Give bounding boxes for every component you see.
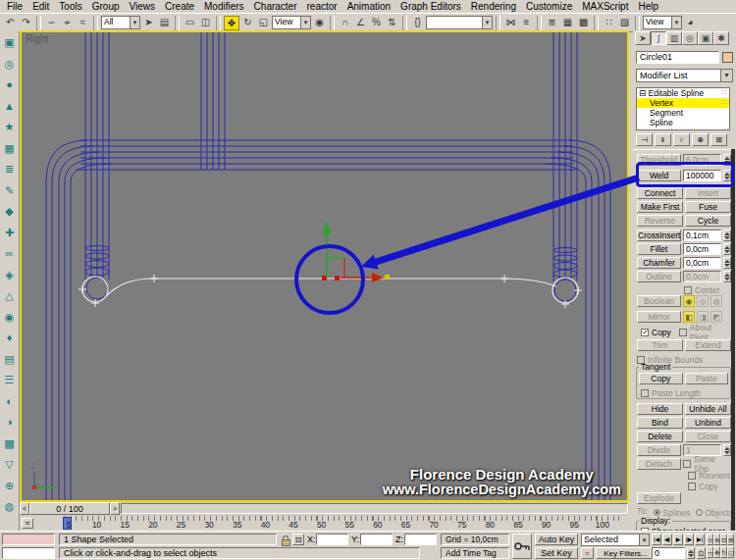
time-configuration-icon[interactable]: ⊡: [697, 547, 706, 559]
cycle-button[interactable]: Cycle: [685, 215, 731, 227]
menu-item[interactable]: File: [2, 0, 27, 13]
fillet-spinner[interactable]: [723, 243, 731, 255]
time-slider-next-button[interactable]: >: [110, 502, 120, 515]
diamond-icon[interactable]: ◈: [2, 268, 17, 282]
key-filter-dropdown[interactable]: Selected: [581, 534, 650, 546]
rollout-scrollbar[interactable]: [731, 149, 735, 531]
time-slider-prev-button[interactable]: <: [20, 502, 29, 515]
select-and-move-icon[interactable]: ✥: [224, 16, 239, 30]
menu-item[interactable]: reactor: [302, 0, 342, 13]
maxscript-mini-listener-input[interactable]: [2, 547, 55, 559]
swirl-icon[interactable]: ◉: [2, 310, 17, 325]
zoom-all-icon[interactable]: ⊕: [713, 534, 720, 545]
schematic-view-icon[interactable]: ▩: [576, 16, 591, 29]
menu-item[interactable]: Customize: [521, 0, 577, 13]
modifier-list-dropdown[interactable]: Modifier List: [636, 69, 733, 82]
show-end-result-icon[interactable]: ‖: [655, 133, 671, 146]
menu-item[interactable]: Create: [160, 0, 199, 13]
bind-to-space-warp-icon[interactable]: ≈: [76, 16, 90, 29]
open-mini-curve-editor-icon[interactable]: ≈: [22, 518, 33, 529]
undo-icon[interactable]: ↶: [3, 16, 18, 29]
goto-start-button[interactable]: |◀: [652, 534, 661, 545]
cross-insert-field[interactable]: 0,1cm: [683, 229, 721, 241]
menu-item[interactable]: Edit: [27, 0, 54, 13]
menu-item[interactable]: Animation: [342, 0, 395, 13]
add-time-tag[interactable]: Add Time Tag: [441, 547, 509, 559]
set-key-button[interactable]: Set Key: [535, 547, 578, 559]
delete-button[interactable]: Delete: [637, 431, 683, 442]
disc-icon[interactable]: ◍: [2, 499, 17, 514]
menu-item[interactable]: Rendering: [466, 0, 521, 13]
previous-frame-button[interactable]: ◀|: [662, 534, 672, 545]
menu-item[interactable]: Modifiers: [199, 0, 249, 13]
tab-utilities[interactable]: ✱: [713, 31, 729, 45]
zoom-extents-all-icon[interactable]: ⊞: [727, 534, 734, 545]
menu-item[interactable]: Character: [249, 0, 302, 13]
cross-insert-spinner[interactable]: [723, 229, 731, 241]
viewport-label[interactable]: Right: [26, 33, 48, 44]
stack-subobject-vertex[interactable]: Vertex∷: [637, 98, 729, 108]
tube-icon[interactable]: ◎: [2, 57, 17, 72]
cone-icon[interactable]: ▲: [2, 99, 17, 114]
auto-key-button[interactable]: Auto Key: [535, 534, 578, 545]
current-frame-field[interactable]: 0: [652, 547, 685, 559]
selection-filter-dropdown[interactable]: All: [101, 16, 140, 29]
render-scene-icon[interactable]: ▨: [617, 16, 632, 29]
stack-subobject-segment[interactable]: Segment: [637, 108, 729, 118]
select-and-scale-icon[interactable]: ◱: [256, 16, 271, 29]
angle-snap-icon[interactable]: ∠: [353, 16, 368, 29]
select-by-name-icon[interactable]: ▤: [157, 16, 172, 29]
curve-editor-icon[interactable]: ▦: [560, 16, 575, 29]
target-icon[interactable]: ⊕: [2, 479, 17, 493]
percent-snap-icon[interactable]: %: [369, 16, 384, 29]
goto-end-button[interactable]: ▶|: [695, 534, 705, 545]
unhide-all-button[interactable]: Unhide All: [685, 403, 731, 415]
contrast-icon[interactable]: ◑: [2, 415, 17, 430]
play-button[interactable]: ▶: [673, 534, 683, 545]
weld-spinner[interactable]: [723, 170, 731, 181]
arc-rotate-icon[interactable]: ↻: [720, 546, 727, 558]
material-editor-icon[interactable]: ∷: [602, 16, 616, 29]
gem-icon[interactable]: ◆: [2, 204, 17, 219]
time-slider-handle[interactable]: 0 / 100: [29, 502, 110, 515]
select-and-link-icon[interactable]: ∽: [44, 16, 59, 29]
tab-hierarchy[interactable]: ▥: [666, 31, 682, 45]
tab-modify[interactable]: ∫: [651, 31, 666, 45]
remove-modifier-icon[interactable]: ⊗: [692, 133, 709, 146]
pattern-icon[interactable]: ▩: [2, 436, 17, 451]
fillet-field[interactable]: 0,0cm: [683, 243, 721, 255]
menu-item[interactable]: Tools: [54, 0, 86, 13]
viewport-right[interactable]: Z Right Florence Design Academy www.Flor…: [20, 30, 629, 502]
snap-toggle-icon[interactable]: ∩: [338, 16, 352, 29]
weld-field[interactable]: 100000: [683, 170, 721, 181]
mirror-icon[interactable]: ⋈: [503, 16, 518, 29]
select-and-rotate-icon[interactable]: ↻: [240, 16, 255, 29]
named-selection-dropdown[interactable]: [426, 16, 493, 29]
frame-spinner[interactable]: [687, 547, 695, 559]
time-slider-track[interactable]: [121, 503, 628, 514]
fuse-button[interactable]: Fuse: [685, 201, 731, 213]
redo-icon[interactable]: ↷: [19, 16, 33, 29]
connect-button[interactable]: Connect: [637, 187, 683, 199]
quick-render-icon[interactable]: ◕: [683, 16, 698, 29]
maxscript-mini-listener[interactable]: [2, 534, 55, 545]
tab-create[interactable]: ➤: [635, 31, 651, 45]
reference-coordinate-dropdown[interactable]: View: [272, 16, 311, 29]
bone-icon[interactable]: ♦: [2, 331, 17, 345]
fillet-button[interactable]: Fillet: [637, 243, 681, 255]
gear-icon[interactable]: ✚: [2, 226, 17, 240]
tangent-copy-button[interactable]: Copy: [639, 373, 683, 384]
tab-display[interactable]: ▣: [698, 31, 713, 45]
pin-stack-icon[interactable]: ⊣: [636, 133, 653, 146]
maximize-viewport-icon[interactable]: ◱: [727, 546, 734, 558]
window-crossing-icon[interactable]: ◫: [198, 16, 213, 29]
menu-item[interactable]: MAXScript: [577, 0, 633, 13]
edit-named-selections-icon[interactable]: {}: [410, 16, 425, 29]
grid-icon[interactable]: ☰: [2, 373, 17, 387]
menu-item[interactable]: Group: [87, 0, 125, 13]
weld-button[interactable]: Weld: [637, 170, 681, 181]
spinner-snap-icon[interactable]: ⇅: [385, 16, 399, 29]
stack-subobject-spline[interactable]: Spline: [637, 118, 729, 127]
key-filters-button[interactable]: Key Filters...: [596, 547, 656, 559]
align-icon[interactable]: ≡: [519, 16, 534, 29]
